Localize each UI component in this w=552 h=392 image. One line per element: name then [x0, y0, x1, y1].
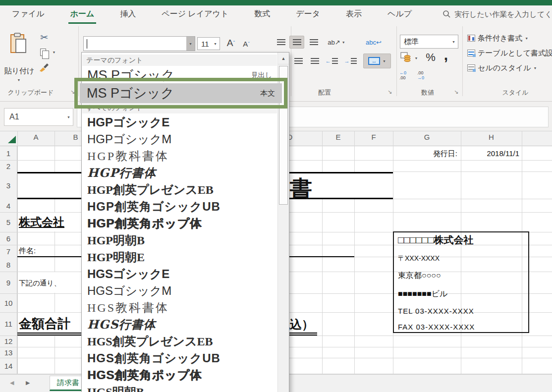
font-name-combobox[interactable]: ▼ [83, 36, 195, 51]
name-box[interactable]: A1 ▼ [4, 108, 73, 126]
alignment-group-label: 配置 [302, 88, 347, 97]
row-header[interactable]: 14 [0, 358, 17, 374]
font-item[interactable]: HGS創英角ポップ体 [82, 367, 277, 384]
client-name-cell[interactable]: 株式会社 [19, 215, 64, 230]
font-item[interactable]: HGPゴシックM [82, 131, 277, 148]
tab-view[interactable]: 表示 [344, 5, 364, 24]
tab-help[interactable]: ヘルプ [386, 5, 414, 24]
paste-button[interactable] [7, 31, 30, 58]
column-header[interactable]: F [354, 133, 393, 145]
tab-formulas[interactable]: 数式 [252, 5, 272, 24]
copy-button[interactable] [38, 47, 49, 57]
company-address2: ■■■■■■■ビル [398, 289, 524, 299]
wrap-text-button[interactable]: abc↩ [362, 35, 386, 50]
column-header[interactable]: G [393, 133, 461, 145]
row-header[interactable]: 1 [0, 146, 17, 160]
font-item[interactable]: HGS教科書体 [82, 299, 277, 316]
format-as-table-button[interactable]: テーブルとして書式設定 [467, 47, 552, 59]
bottom-align-button[interactable] [306, 36, 321, 49]
percent-style-button[interactable]: % [423, 51, 438, 64]
tab-page-layout[interactable]: ページ レイアウト [160, 5, 230, 24]
font-item[interactable]: HGP行書体 [82, 165, 277, 181]
align-left-button[interactable] [291, 55, 306, 67]
font-item-theme-body-selected[interactable]: MS Pゴシック 本文 [80, 83, 282, 103]
tell-me-search[interactable]: 実行したい作業を入力してください [442, 5, 552, 24]
format-painter-button[interactable] [37, 61, 52, 74]
row-header[interactable]: 12 [0, 336, 17, 347]
select-all-icon[interactable] [8, 136, 16, 143]
scrollbar-up-icon[interactable]: ▲ [278, 53, 289, 64]
font-item[interactable]: HGS創英プレゼンスEB [82, 333, 277, 350]
issue-date-value-cell[interactable]: 2018/11/1 [461, 149, 519, 158]
currency-dropdown-arrow-icon[interactable]: ▼ [413, 56, 419, 60]
row-header[interactable]: 13 [0, 347, 17, 358]
font-item[interactable]: HGP創英角ゴシックUB [82, 198, 277, 215]
tab-file[interactable]: ファイル [10, 5, 47, 24]
font-item[interactable]: HGS創英角ゴシックUB [82, 350, 277, 367]
decrease-font-size-button[interactable]: Aˇ [240, 38, 253, 50]
top-align-button[interactable] [274, 36, 288, 49]
row-header[interactable]: 5 [0, 212, 17, 232]
column-header[interactable]: A [17, 133, 55, 145]
font-item[interactable]: HGS行書体 [82, 316, 277, 333]
column-header[interactable]: H [461, 133, 522, 145]
font-item[interactable]: HGP創英角ポップ体 [82, 215, 277, 232]
subject-label-cell[interactable]: 件名: [19, 246, 36, 256]
paste-label[interactable]: 貼り付け [2, 66, 37, 76]
merge-center-button[interactable]: ↔ ▼ [363, 54, 391, 68]
align-right-button[interactable] [307, 55, 322, 67]
row-header[interactable]: 8 [0, 258, 17, 272]
font-size-dropdown-arrow-icon[interactable]: ▼ [211, 38, 220, 50]
font-item[interactable]: HGPゴシックE [82, 114, 277, 131]
row-header[interactable]: 4 [0, 199, 17, 212]
number-format-combobox[interactable]: 標準 ▼ [400, 35, 458, 49]
number-format-dropdown-arrow-icon[interactable]: ▼ [449, 35, 458, 48]
name-box-dropdown-arrow-icon[interactable]: ▼ [64, 109, 73, 125]
next-sheet-icon[interactable]: ▶ [26, 380, 30, 386]
comma-style-button[interactable]: , [441, 48, 451, 62]
number-dialog-launcher-icon[interactable]: ↘ [454, 89, 458, 95]
tab-data[interactable]: データ [294, 5, 322, 24]
increase-indent-button[interactable]: → [342, 55, 359, 67]
row-header[interactable]: 7 [0, 245, 17, 258]
merge-center-icon: ↔ [368, 57, 380, 65]
font-size-value: 11 [198, 40, 211, 48]
tab-home[interactable]: ホーム [68, 5, 97, 24]
font-item[interactable]: HGP教科書体 [82, 148, 277, 165]
font-item[interactable]: HGP明朝E [82, 249, 277, 266]
row-header[interactable]: 11 [0, 312, 17, 336]
note-cell[interactable]: 下記の通り、 [19, 279, 61, 288]
font-item[interactable]: HGSゴシックE [82, 266, 277, 282]
number-format-value: 標準 [400, 37, 449, 47]
tab-insert[interactable]: 挿入 [118, 5, 138, 24]
total-label-cell[interactable]: 金額合計 [19, 315, 70, 333]
font-item[interactable]: HGP明朝B [82, 232, 277, 249]
conditional-formatting-button[interactable]: 条件付き書式 ▼ [467, 32, 528, 45]
currency-format-button[interactable] [399, 52, 412, 64]
font-item[interactable]: HGSゴシックM [82, 282, 277, 299]
decrease-indent-button[interactable]: ← [323, 55, 340, 67]
alignment-dialog-launcher-icon[interactable]: ↘ [387, 89, 392, 95]
decrease-decimal-button[interactable]: ←0 .00 [399, 69, 414, 81]
orientation-button[interactable]: ab↗▼ [325, 36, 348, 49]
row-header[interactable]: 9 [0, 272, 17, 293]
middle-align-button[interactable] [289, 36, 304, 49]
row-header[interactable]: 6 [0, 232, 17, 245]
row-header[interactable]: 2 [0, 160, 17, 172]
column-header[interactable]: E [322, 133, 354, 145]
font-item[interactable]: HGP創英プレゼンスEB [82, 181, 277, 198]
company-info-box[interactable]: □□□□□□株式会社 〒XXX-XXXX 東京都○○○○ ■■■■■■■ビル T… [393, 231, 529, 333]
cell-styles-button[interactable]: セルのスタイル ▼ [467, 61, 537, 74]
row-header[interactable]: 3 [0, 172, 17, 199]
paste-dropdown-arrow-icon[interactable]: ▼ [15, 77, 23, 82]
issue-date-label-cell[interactable]: 発行日: [393, 149, 457, 159]
font-size-combobox[interactable]: 11 ▼ [197, 37, 220, 50]
row-header[interactable]: 10 [0, 293, 17, 312]
font-name-dropdown-arrow-icon[interactable]: ▼ [186, 37, 195, 51]
cut-button[interactable]: ✂ [37, 31, 52, 44]
increase-decimal-button[interactable]: .00 →0 [417, 69, 432, 81]
copy-dropdown-arrow-icon[interactable]: ▼ [51, 50, 57, 55]
increase-font-size-button[interactable]: Aˆ [224, 36, 238, 50]
prev-sheet-icon[interactable]: ◀ [10, 380, 14, 386]
font-item[interactable]: HGS明朝B [82, 384, 277, 392]
